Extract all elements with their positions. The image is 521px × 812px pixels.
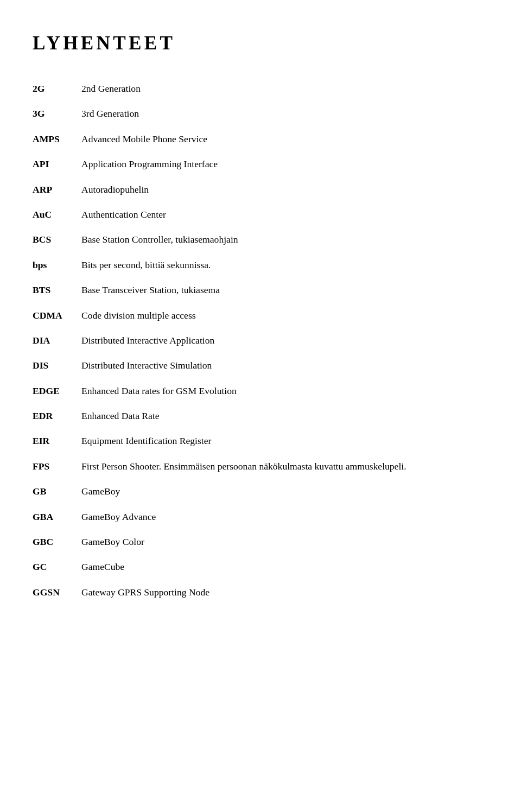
- definition-cell: Enhanced Data rates for GSM Evolution: [81, 378, 488, 403]
- abbreviation-cell: FPS: [33, 454, 81, 479]
- table-row: EDREnhanced Data Rate: [33, 403, 488, 428]
- table-row: AMPSAdvanced Mobile Phone Service: [33, 126, 488, 151]
- table-row: AuCAuthentication Center: [33, 202, 488, 227]
- definition-cell: Advanced Mobile Phone Service: [81, 126, 488, 151]
- table-row: 3G3rd Generation: [33, 101, 488, 126]
- table-row: FPSFirst Person Shooter. Ensimmäisen per…: [33, 454, 488, 479]
- definition-cell: Application Programming Interface: [81, 151, 488, 176]
- abbreviation-cell: GBA: [33, 504, 81, 529]
- table-row: GGSNGateway GPRS Supporting Node: [33, 580, 488, 605]
- abbreviation-cell: EDGE: [33, 378, 81, 403]
- definition-cell: Equipment Identification Register: [81, 428, 488, 453]
- abbreviation-cell: GB: [33, 479, 81, 504]
- definition-cell: Autoradiopuhelin: [81, 177, 488, 202]
- table-row: GBAGameBoy Advance: [33, 504, 488, 529]
- abbreviation-cell: bps: [33, 252, 81, 277]
- table-row: ARPAutoradiopuhelin: [33, 177, 488, 202]
- abbreviation-cell: 3G: [33, 101, 81, 126]
- abbreviation-cell: ARP: [33, 177, 81, 202]
- definition-cell: GameBoy Color: [81, 529, 488, 554]
- abbreviation-cell: API: [33, 151, 81, 176]
- table-row: DISDistributed Interactive Simulation: [33, 353, 488, 378]
- definition-cell: Code division multiple access: [81, 303, 488, 328]
- table-row: EIREquipment Identification Register: [33, 428, 488, 453]
- definition-cell: GameBoy: [81, 479, 488, 504]
- abbreviation-cell: BCS: [33, 227, 81, 252]
- table-row: BTSBase Transceiver Station, tukiasema: [33, 277, 488, 302]
- table-row: bpsBits per second, bittiä sekunnissa.: [33, 252, 488, 277]
- abbreviations-table: 2G2nd Generation3G3rd GenerationAMPSAdva…: [33, 76, 488, 605]
- definition-cell: Distributed Interactive Application: [81, 328, 488, 353]
- definition-cell: Enhanced Data Rate: [81, 403, 488, 428]
- definition-cell: Base Station Controller, tukiasemaohjain: [81, 227, 488, 252]
- abbreviation-cell: 2G: [33, 76, 81, 101]
- definition-cell: Gateway GPRS Supporting Node: [81, 580, 488, 605]
- definition-cell: Bits per second, bittiä sekunnissa.: [81, 252, 488, 277]
- definition-cell: 3rd Generation: [81, 101, 488, 126]
- definition-cell: First Person Shooter. Ensimmäisen persoo…: [81, 454, 488, 479]
- definition-cell: GameBoy Advance: [81, 504, 488, 529]
- definition-cell: 2nd Generation: [81, 76, 488, 101]
- table-row: APIApplication Programming Interface: [33, 151, 488, 176]
- table-row: DIADistributed Interactive Application: [33, 328, 488, 353]
- definition-cell: GameCube: [81, 554, 488, 579]
- abbreviation-cell: CDMA: [33, 303, 81, 328]
- definition-cell: Base Transceiver Station, tukiasema: [81, 277, 488, 302]
- table-row: BCSBase Station Controller, tukiasemaohj…: [33, 227, 488, 252]
- table-row: CDMACode division multiple access: [33, 303, 488, 328]
- page-title: Lyhenteet: [33, 33, 488, 54]
- abbreviation-cell: BTS: [33, 277, 81, 302]
- abbreviation-cell: AMPS: [33, 126, 81, 151]
- table-row: 2G2nd Generation: [33, 76, 488, 101]
- abbreviation-cell: DIA: [33, 328, 81, 353]
- abbreviation-cell: AuC: [33, 202, 81, 227]
- abbreviation-cell: GC: [33, 554, 81, 579]
- table-row: EDGEEnhanced Data rates for GSM Evolutio…: [33, 378, 488, 403]
- definition-cell: Authentication Center: [81, 202, 488, 227]
- table-row: GCGameCube: [33, 554, 488, 579]
- table-row: GBCGameBoy Color: [33, 529, 488, 554]
- abbreviation-cell: GGSN: [33, 580, 81, 605]
- abbreviation-cell: EIR: [33, 428, 81, 453]
- abbreviation-cell: GBC: [33, 529, 81, 554]
- abbreviation-cell: EDR: [33, 403, 81, 428]
- abbreviation-cell: DIS: [33, 353, 81, 378]
- table-row: GBGameBoy: [33, 479, 488, 504]
- definition-cell: Distributed Interactive Simulation: [81, 353, 488, 378]
